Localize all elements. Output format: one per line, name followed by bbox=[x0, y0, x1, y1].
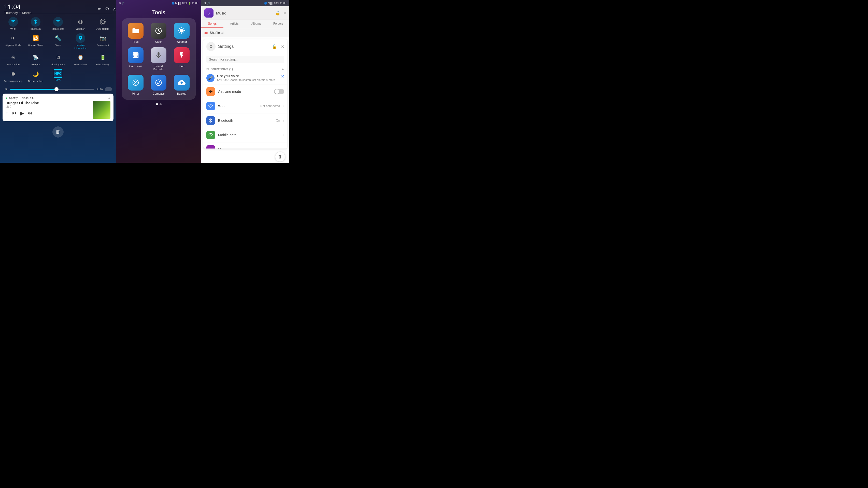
dot-1[interactable] bbox=[156, 103, 158, 105]
google-mic-icon: 🎤 bbox=[206, 74, 215, 82]
p2-carrier: 3 bbox=[119, 2, 121, 5]
play-button[interactable]: ▶ bbox=[20, 110, 24, 116]
toggle-nfc[interactable]: NFC NFC bbox=[47, 68, 69, 84]
brightness-icon: ☀ bbox=[4, 87, 8, 92]
toggle-mirrorshare[interactable]: 🪞 MirrorShare bbox=[70, 52, 91, 67]
settings-search-input[interactable] bbox=[206, 56, 284, 63]
backup-app-label: Backup bbox=[177, 92, 187, 95]
setting-wifi-row[interactable]: Wi-Fi Not connected › bbox=[203, 99, 287, 113]
setting-mobile-data-row[interactable]: Mobile data › bbox=[203, 128, 287, 142]
music-title: Hunger Of The Pine bbox=[6, 101, 91, 105]
app-sound-recorder[interactable]: Sound Recorder bbox=[149, 47, 168, 71]
p3-trash-button[interactable]: 🗑 bbox=[275, 152, 285, 162]
dnd-icon: 🌙 bbox=[31, 69, 40, 79]
bluetooth-arrow-icon: › bbox=[283, 119, 284, 123]
mobile-data-arrow-icon: › bbox=[283, 133, 284, 137]
app-files[interactable]: Files bbox=[126, 23, 146, 43]
toggle-torch[interactable]: 🔦 Torch bbox=[47, 32, 69, 51]
bluetooth-setting-label: Bluetooth bbox=[218, 119, 273, 123]
p3-spotify-icon: 🎵 bbox=[207, 2, 211, 5]
voice-dismiss-icon[interactable]: ✕ bbox=[281, 74, 284, 79]
toggle-autorotate[interactable]: Auto Rotate bbox=[92, 16, 114, 31]
toggle-wifi[interactable]: Wi-Fi bbox=[3, 16, 24, 31]
lock-icon: 🔓 bbox=[275, 11, 280, 15]
setting-bluetooth-row[interactable]: Bluetooth On › bbox=[203, 113, 287, 128]
tab-albums[interactable]: Albums bbox=[245, 20, 268, 28]
toggle-huawei-share[interactable]: 🔁 Huawei Share bbox=[25, 32, 46, 51]
toggle-airplane[interactable]: ✈ Airplane Mode bbox=[3, 32, 24, 51]
app-torch[interactable]: Torch bbox=[172, 47, 192, 71]
toggle-hotspot[interactable]: 📡 Hotspot bbox=[25, 52, 46, 67]
toggle-eye-comfort[interactable]: ☀ Eye comfort bbox=[3, 52, 24, 67]
mobile-data-setting-label: Mobile data bbox=[218, 133, 280, 137]
app-backup[interactable]: Backup bbox=[172, 75, 192, 95]
toggle-location[interactable]: Location information bbox=[70, 32, 91, 51]
dot-2[interactable] bbox=[160, 103, 162, 105]
chevron-up-icon[interactable]: ∧ bbox=[113, 6, 116, 12]
settings-search-bar bbox=[203, 54, 287, 65]
music-app-icon: ♪ bbox=[204, 8, 214, 18]
settings-lock-icon[interactable]: 🔓 bbox=[272, 44, 277, 49]
prev-button[interactable]: ⏮ bbox=[12, 110, 17, 116]
p2-battery: 88% bbox=[182, 2, 187, 5]
music-info: Hunger Of The Pine alt-J + ⏮ ▶ ⏭ bbox=[6, 101, 91, 116]
shuffle-all-row[interactable]: ⇄ Shuffle all bbox=[201, 28, 289, 37]
close-icon[interactable]: ✕ bbox=[283, 11, 286, 15]
toggle-screenshot[interactable]: 📷 Screenshot bbox=[92, 32, 114, 51]
toggle-vibration[interactable]: Vibration bbox=[70, 16, 91, 31]
mirror-app-label: Mirror bbox=[132, 92, 139, 95]
add-button[interactable]: + bbox=[6, 110, 8, 116]
p3-carrier: 3 bbox=[204, 2, 206, 5]
edit-icon[interactable]: ✏ bbox=[98, 6, 101, 12]
dnd-label: Do not disturb bbox=[28, 79, 43, 83]
toggle-ultra-battery[interactable]: 🔋 Ultra battery bbox=[92, 52, 114, 67]
next-button[interactable]: ⏭ bbox=[28, 110, 32, 116]
vibration-toggle-icon bbox=[75, 17, 85, 27]
p3-battery: 88% bbox=[274, 2, 279, 5]
app-compass[interactable]: Compass bbox=[149, 75, 168, 95]
autorotate-toggle-icon bbox=[98, 17, 107, 27]
airplane-toggle-icon: ✈ bbox=[8, 33, 18, 43]
weather-icon bbox=[174, 23, 190, 39]
screenshot-icon: 📷 bbox=[98, 33, 107, 43]
voice-subtitle: Say "OK Google" to search, set alarms & … bbox=[217, 78, 278, 82]
music-thumbnail bbox=[93, 101, 111, 119]
suggestions-chevron-icon[interactable]: ∧ bbox=[282, 67, 284, 71]
p2-time: 11:05 bbox=[192, 2, 198, 5]
setting-airplane-row[interactable]: ✈ Airplane mode bbox=[203, 85, 287, 99]
spotify-logo: ● bbox=[6, 96, 8, 100]
brightness-slider[interactable] bbox=[10, 89, 94, 90]
gear-icon[interactable]: ⚙ bbox=[105, 6, 109, 12]
sound-recorder-icon bbox=[151, 47, 166, 63]
tab-songs[interactable]: Songs bbox=[201, 20, 223, 28]
voice-text: Use your voice Say "OK Google" to search… bbox=[217, 74, 278, 82]
toggle-screen-recording[interactable]: ⏺ Screen recording bbox=[3, 68, 24, 84]
settings-close-icon[interactable]: ✕ bbox=[281, 44, 284, 49]
toggle-bluetooth[interactable]: Bluetooth bbox=[25, 16, 46, 31]
trash-button[interactable]: 🗑 bbox=[53, 126, 64, 137]
toggle-dnd[interactable]: 🌙 Do not disturb bbox=[25, 68, 46, 84]
toggle-mobile-data[interactable]: Mobile data bbox=[47, 16, 69, 31]
airplane-toggle[interactable] bbox=[274, 89, 284, 94]
music-card-top: ● Spotify • This Is: alt-J ∧ bbox=[6, 96, 111, 100]
p2-spotify-icon: 🎵 bbox=[122, 2, 125, 5]
music-chevron-icon[interactable]: ∧ bbox=[108, 96, 111, 100]
setting-more-row[interactable]: ⋯ More › bbox=[203, 142, 287, 149]
app-calculator[interactable]: Calculator bbox=[126, 47, 146, 71]
torch-app-icon bbox=[174, 47, 190, 63]
p2-battery-icon: 🔋 bbox=[188, 2, 191, 5]
app-mirror[interactable]: Mirror bbox=[126, 75, 146, 95]
tab-artists[interactable]: Artists bbox=[223, 20, 246, 28]
p2-status-right: 🔵 N ▌▌ 88% 🔋 11:05 bbox=[172, 2, 198, 5]
tab-folders[interactable]: Folders bbox=[268, 20, 289, 28]
app-weather[interactable]: Weather bbox=[172, 23, 192, 43]
more-arrow-icon: › bbox=[283, 148, 284, 149]
toggle-floating-dock[interactable]: 🖥 Floating dock bbox=[47, 52, 69, 67]
ultra-battery-label: Ultra battery bbox=[96, 63, 110, 66]
mobile-data-setting-icon bbox=[206, 131, 215, 139]
mirrorshare-label: MirrorShare bbox=[74, 63, 87, 66]
brightness-auto-toggle[interactable] bbox=[105, 87, 112, 91]
app-clock[interactable]: Clock bbox=[149, 23, 168, 43]
torch-app-label: Torch bbox=[178, 65, 185, 68]
tools-grid-wrap: Files Clock Weather Calcul bbox=[122, 18, 196, 100]
